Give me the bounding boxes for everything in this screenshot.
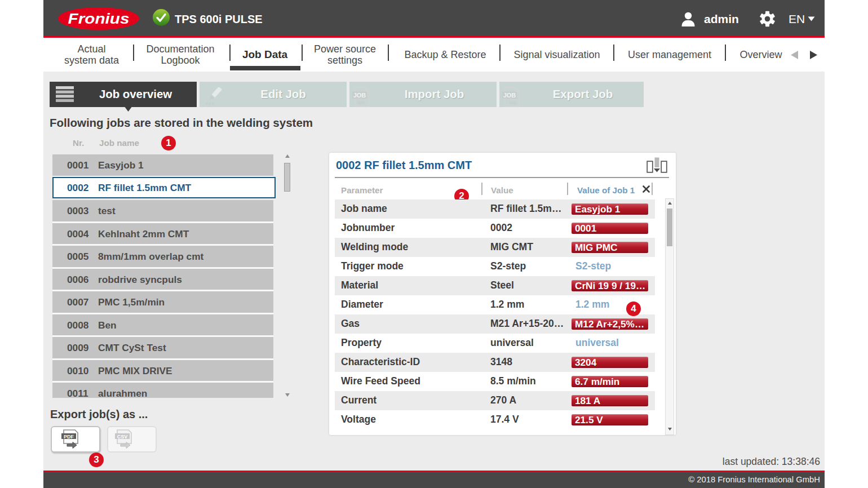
svg-text:PDF: PDF [64,434,74,440]
svg-text:Fronius: Fronius [68,11,130,27]
svg-text:CSV: CSV [117,434,128,440]
svg-text:JOB: JOB [503,92,516,99]
svg-text:JOB: JOB [353,92,366,99]
